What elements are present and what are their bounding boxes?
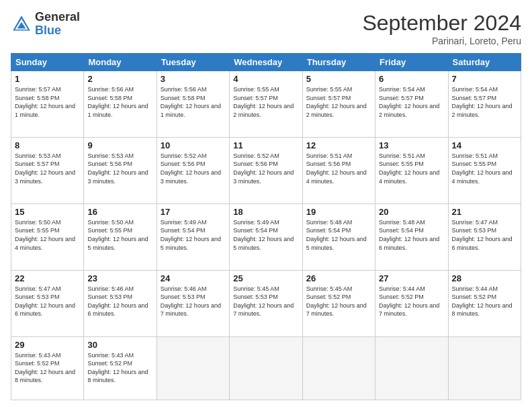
day-info: Sunrise: 5:55 AM Sunset: 5:57 PM Dayligh… <box>233 85 298 119</box>
table-row: 22 Sunrise: 5:47 AM Sunset: 5:53 PM Dayl… <box>11 270 84 336</box>
table-row: 2 Sunrise: 5:56 AM Sunset: 5:58 PM Dayli… <box>84 71 157 138</box>
header: General Blue September 2024 Parinari, Lo… <box>11 11 521 46</box>
table-row: 23 Sunrise: 5:46 AM Sunset: 5:53 PM Dayl… <box>84 270 157 336</box>
day-info: Sunrise: 5:47 AM Sunset: 5:53 PM Dayligh… <box>15 285 80 318</box>
day-info: Sunrise: 5:51 AM Sunset: 5:55 PM Dayligh… <box>379 152 444 185</box>
day-number: 3 <box>161 74 226 84</box>
table-row: 30 Sunrise: 5:43 AM Sunset: 5:52 PM Dayl… <box>84 336 157 400</box>
col-wednesday: Wednesday <box>230 54 302 71</box>
day-info: Sunrise: 5:51 AM Sunset: 5:56 PM Dayligh… <box>306 152 371 185</box>
table-row: 27 Sunrise: 5:44 AM Sunset: 5:52 PM Dayl… <box>375 270 448 336</box>
day-number: 13 <box>379 140 444 150</box>
month-title: September 2024 <box>362 11 521 36</box>
day-number: 19 <box>306 207 371 217</box>
table-row: 9 Sunrise: 5:53 AM Sunset: 5:56 PM Dayli… <box>84 137 157 203</box>
day-number: 8 <box>15 140 80 150</box>
day-info: Sunrise: 5:49 AM Sunset: 5:54 PM Dayligh… <box>233 218 298 252</box>
table-row: 5 Sunrise: 5:55 AM Sunset: 5:57 PM Dayli… <box>302 71 375 138</box>
table-row: 10 Sunrise: 5:52 AM Sunset: 5:56 PM Dayl… <box>157 137 229 203</box>
day-number: 22 <box>15 273 80 283</box>
table-row: 17 Sunrise: 5:49 AM Sunset: 5:54 PM Dayl… <box>157 203 229 270</box>
day-number: 6 <box>379 74 444 84</box>
day-number: 24 <box>161 273 226 283</box>
day-number: 11 <box>233 140 298 150</box>
day-info: Sunrise: 5:56 AM Sunset: 5:58 PM Dayligh… <box>87 85 152 119</box>
table-row: 3 Sunrise: 5:56 AM Sunset: 5:58 PM Dayli… <box>157 71 229 138</box>
table-row <box>302 336 375 400</box>
day-info: Sunrise: 5:54 AM Sunset: 5:57 PM Dayligh… <box>379 85 444 119</box>
table-row: 16 Sunrise: 5:50 AM Sunset: 5:55 PM Dayl… <box>84 203 157 270</box>
location-subtitle: Parinari, Loreto, Peru <box>362 36 521 46</box>
day-number: 25 <box>233 273 298 283</box>
day-number: 5 <box>306 74 371 84</box>
table-row: 14 Sunrise: 5:51 AM Sunset: 5:55 PM Dayl… <box>448 137 521 203</box>
table-row: 19 Sunrise: 5:48 AM Sunset: 5:54 PM Dayl… <box>302 203 375 270</box>
day-info: Sunrise: 5:45 AM Sunset: 5:53 PM Dayligh… <box>233 285 298 318</box>
day-number: 14 <box>452 140 517 150</box>
day-info: Sunrise: 5:53 AM Sunset: 5:57 PM Dayligh… <box>15 152 80 185</box>
day-number: 27 <box>379 273 444 283</box>
page: General Blue September 2024 Parinari, Lo… <box>0 0 532 411</box>
logo-icon <box>11 13 32 35</box>
table-row: 24 Sunrise: 5:46 AM Sunset: 5:53 PM Dayl… <box>157 270 229 336</box>
day-info: Sunrise: 5:49 AM Sunset: 5:54 PM Dayligh… <box>161 218 226 252</box>
day-number: 12 <box>306 140 371 150</box>
col-saturday: Saturday <box>448 54 521 71</box>
day-info: Sunrise: 5:45 AM Sunset: 5:52 PM Dayligh… <box>306 285 371 318</box>
day-info: Sunrise: 5:50 AM Sunset: 5:55 PM Dayligh… <box>87 218 152 252</box>
table-row: 21 Sunrise: 5:47 AM Sunset: 5:53 PM Dayl… <box>448 203 521 270</box>
day-number: 17 <box>161 207 226 217</box>
day-info: Sunrise: 5:44 AM Sunset: 5:52 PM Dayligh… <box>452 285 517 318</box>
table-row: 18 Sunrise: 5:49 AM Sunset: 5:54 PM Dayl… <box>230 203 302 270</box>
day-info: Sunrise: 5:43 AM Sunset: 5:52 PM Dayligh… <box>15 351 80 385</box>
day-info: Sunrise: 5:47 AM Sunset: 5:53 PM Dayligh… <box>452 218 517 252</box>
table-row: 7 Sunrise: 5:54 AM Sunset: 5:57 PM Dayli… <box>448 71 521 138</box>
logo-general: General <box>35 11 80 24</box>
table-row: 1 Sunrise: 5:57 AM Sunset: 5:58 PM Dayli… <box>11 71 84 138</box>
day-info: Sunrise: 5:48 AM Sunset: 5:54 PM Dayligh… <box>379 218 444 252</box>
logo-text: General Blue <box>35 11 80 38</box>
day-number: 15 <box>15 207 80 217</box>
table-row: 12 Sunrise: 5:51 AM Sunset: 5:56 PM Dayl… <box>302 137 375 203</box>
day-info: Sunrise: 5:48 AM Sunset: 5:54 PM Dayligh… <box>306 218 371 252</box>
col-monday: Monday <box>84 54 157 71</box>
day-number: 18 <box>233 207 298 217</box>
title-block: September 2024 Parinari, Loreto, Peru <box>362 11 521 46</box>
day-info: Sunrise: 5:52 AM Sunset: 5:56 PM Dayligh… <box>233 152 298 185</box>
calendar-header-row: Sunday Monday Tuesday Wednesday Thursday… <box>11 54 521 71</box>
day-number: 16 <box>87 207 152 217</box>
day-info: Sunrise: 5:56 AM Sunset: 5:58 PM Dayligh… <box>161 85 226 119</box>
table-row: 26 Sunrise: 5:45 AM Sunset: 5:52 PM Dayl… <box>302 270 375 336</box>
table-row <box>375 336 448 400</box>
day-number: 21 <box>452 207 517 217</box>
table-row: 6 Sunrise: 5:54 AM Sunset: 5:57 PM Dayli… <box>375 71 448 138</box>
col-tuesday: Tuesday <box>157 54 229 71</box>
day-info: Sunrise: 5:46 AM Sunset: 5:53 PM Dayligh… <box>87 285 152 318</box>
day-number: 28 <box>452 273 517 283</box>
day-number: 29 <box>15 340 80 350</box>
day-info: Sunrise: 5:46 AM Sunset: 5:53 PM Dayligh… <box>161 285 226 318</box>
day-number: 9 <box>87 140 152 150</box>
day-info: Sunrise: 5:52 AM Sunset: 5:56 PM Dayligh… <box>161 152 226 185</box>
day-number: 20 <box>379 207 444 217</box>
day-number: 7 <box>452 74 517 84</box>
logo-blue: Blue <box>35 24 80 38</box>
day-number: 26 <box>306 273 371 283</box>
day-info: Sunrise: 5:53 AM Sunset: 5:56 PM Dayligh… <box>87 152 152 185</box>
table-row: 4 Sunrise: 5:55 AM Sunset: 5:57 PM Dayli… <box>230 71 302 138</box>
day-info: Sunrise: 5:50 AM Sunset: 5:55 PM Dayligh… <box>15 218 80 252</box>
day-info: Sunrise: 5:57 AM Sunset: 5:58 PM Dayligh… <box>15 85 80 119</box>
day-info: Sunrise: 5:51 AM Sunset: 5:55 PM Dayligh… <box>452 152 517 185</box>
day-info: Sunrise: 5:55 AM Sunset: 5:57 PM Dayligh… <box>306 85 371 119</box>
day-number: 1 <box>15 74 80 84</box>
table-row: 13 Sunrise: 5:51 AM Sunset: 5:55 PM Dayl… <box>375 137 448 203</box>
logo: General Blue <box>11 11 80 38</box>
table-row: 25 Sunrise: 5:45 AM Sunset: 5:53 PM Dayl… <box>230 270 302 336</box>
table-row <box>157 336 229 400</box>
table-row <box>230 336 302 400</box>
day-number: 30 <box>87 340 152 350</box>
table-row: 28 Sunrise: 5:44 AM Sunset: 5:52 PM Dayl… <box>448 270 521 336</box>
table-row: 29 Sunrise: 5:43 AM Sunset: 5:52 PM Dayl… <box>11 336 84 400</box>
day-number: 4 <box>233 74 298 84</box>
col-friday: Friday <box>375 54 448 71</box>
